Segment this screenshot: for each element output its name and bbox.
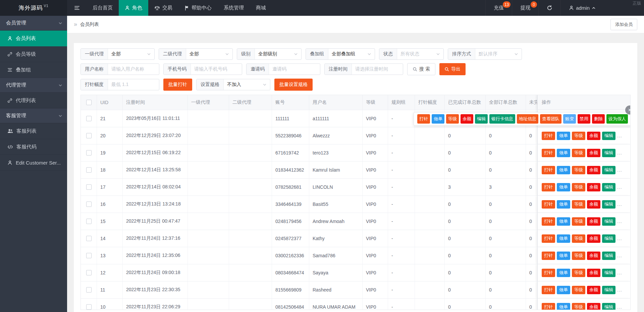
row-checkbox[interactable] bbox=[86, 202, 92, 207]
row-action-button[interactable]: 打针 bbox=[542, 166, 555, 174]
row-action-button[interactable]: 做单 bbox=[557, 269, 570, 277]
filter-select[interactable]: 全部 bbox=[108, 49, 154, 59]
popup-action-button[interactable]: 禁用 bbox=[578, 114, 590, 124]
batch-spec-button[interactable]: 批量设置规格 bbox=[274, 79, 313, 91]
sidebar-item[interactable]: Edit Customer Ser... bbox=[0, 155, 67, 171]
row-more-button[interactable]: ... bbox=[617, 202, 622, 207]
row-action-button[interactable]: 余额 bbox=[587, 166, 600, 174]
sidebar-group[interactable]: 客服管理 bbox=[0, 108, 67, 123]
row-action-button[interactable]: 等级 bbox=[572, 183, 585, 191]
nav-tab[interactable]: 系统管理 bbox=[218, 0, 250, 16]
search-button[interactable]: 搜 索 bbox=[407, 63, 435, 75]
sidebar-group[interactable]: 会员管理 bbox=[0, 16, 67, 31]
row-more-button[interactable]: ... bbox=[617, 167, 622, 173]
filter-input[interactable]: 邀请码 bbox=[269, 64, 320, 75]
row-action-button[interactable]: 打针 bbox=[542, 303, 555, 310]
popup-action-button[interactable]: 做单 bbox=[432, 114, 444, 124]
sidebar-item[interactable]: 客服列表 bbox=[0, 123, 67, 139]
row-action-button[interactable]: 余额 bbox=[587, 217, 600, 226]
row-action-button[interactable]: 打针 bbox=[542, 286, 555, 294]
row-action-button[interactable]: 打针 bbox=[542, 234, 555, 243]
hamburger-icon[interactable] bbox=[67, 0, 87, 16]
row-action-button[interactable]: 打针 bbox=[542, 252, 555, 260]
nav-tab[interactable]: 后台首页 bbox=[87, 0, 119, 16]
recharge-button[interactable]: 充值 13 bbox=[485, 0, 512, 16]
row-action-button[interactable]: 编辑 bbox=[602, 252, 615, 260]
row-action-button[interactable]: 余额 bbox=[587, 132, 600, 140]
popup-action-button[interactable]: 删除 bbox=[592, 114, 605, 124]
row-checkbox[interactable] bbox=[86, 236, 92, 241]
filter-select[interactable]: 默认排序 bbox=[475, 49, 522, 59]
row-action-button[interactable]: 余额 bbox=[587, 149, 600, 157]
row-checkbox[interactable] bbox=[86, 184, 92, 190]
refresh-button[interactable] bbox=[538, 0, 560, 16]
filter-input[interactable]: 请选择注册时间 bbox=[352, 64, 403, 75]
row-action-button[interactable]: 等级 bbox=[572, 200, 585, 209]
row-action-button[interactable]: 做单 bbox=[557, 200, 570, 209]
row-action-button[interactable]: 做单 bbox=[557, 217, 570, 226]
row-checkbox[interactable] bbox=[86, 133, 92, 138]
row-action-button[interactable]: 打针 bbox=[542, 149, 555, 157]
nav-tab[interactable]: 交易 bbox=[148, 0, 178, 16]
row-checkbox[interactable] bbox=[86, 270, 92, 275]
filter-select[interactable]: 全部叠加组 bbox=[328, 49, 375, 59]
row-more-button[interactable]: ... bbox=[617, 219, 622, 224]
popup-action-button[interactable]: 编辑 bbox=[475, 114, 488, 124]
row-action-button[interactable]: 编辑 bbox=[602, 234, 615, 243]
row-checkbox[interactable] bbox=[86, 116, 92, 121]
row-action-button[interactable]: 余额 bbox=[587, 303, 600, 310]
popup-action-button[interactable]: 银行卡信息 bbox=[489, 114, 515, 124]
row-more-button[interactable]: ... bbox=[617, 253, 622, 258]
row-action-button[interactable]: 等级 bbox=[572, 217, 585, 226]
row-action-button[interactable]: 等级 bbox=[572, 132, 585, 140]
row-action-button[interactable]: 余额 bbox=[587, 183, 600, 191]
add-member-button[interactable]: 添加会员 bbox=[610, 19, 637, 30]
popup-action-button[interactable]: 账变 bbox=[563, 114, 576, 124]
row-action-button[interactable]: 编辑 bbox=[602, 132, 615, 140]
sidebar-group[interactable]: 代理管理 bbox=[0, 78, 67, 93]
row-action-button[interactable]: 等级 bbox=[572, 286, 585, 294]
row-action-button[interactable]: 等级 bbox=[572, 269, 585, 277]
nav-tab[interactable]: 商城 bbox=[250, 0, 272, 16]
row-action-button[interactable]: 打针 bbox=[542, 183, 555, 191]
filter-select[interactable]: 不加入 bbox=[224, 79, 270, 90]
row-action-button[interactable]: 做单 bbox=[557, 286, 570, 294]
row-action-button[interactable]: 等级 bbox=[572, 149, 585, 157]
row-more-button[interactable]: ... bbox=[617, 150, 622, 155]
popup-action-button[interactable]: 等级 bbox=[446, 114, 459, 124]
popup-action-button[interactable]: 查看团队 bbox=[540, 114, 561, 124]
row-action-button[interactable]: 打针 bbox=[542, 217, 555, 226]
row-action-button[interactable]: 余额 bbox=[587, 286, 600, 294]
row-action-button[interactable]: 做单 bbox=[557, 166, 570, 174]
row-action-button[interactable]: 做单 bbox=[557, 303, 570, 310]
row-action-button[interactable]: 编辑 bbox=[602, 286, 615, 294]
row-action-button[interactable]: 余额 bbox=[587, 252, 600, 260]
row-checkbox[interactable] bbox=[86, 304, 92, 310]
row-action-button[interactable]: 等级 bbox=[572, 234, 585, 243]
row-action-button[interactable]: 等级 bbox=[572, 166, 585, 174]
row-action-button[interactable]: 做单 bbox=[557, 132, 570, 140]
row-action-button[interactable]: 等级 bbox=[572, 252, 585, 260]
close-icon[interactable]: × bbox=[625, 105, 631, 115]
filter-input[interactable]: 最低 1.1 bbox=[108, 79, 159, 90]
row-action-button[interactable]: 编辑 bbox=[602, 183, 615, 191]
popup-action-button[interactable]: 打针 bbox=[417, 114, 430, 124]
row-action-button[interactable]: 打针 bbox=[542, 132, 555, 140]
withdraw-button[interactable]: 提现 0 bbox=[512, 0, 538, 16]
row-action-button[interactable]: 编辑 bbox=[602, 166, 615, 174]
filter-input[interactable]: 请输入手机号码 bbox=[191, 64, 242, 75]
row-more-button[interactable]: ... bbox=[617, 133, 622, 138]
filter-select[interactable]: 全部级别 bbox=[255, 49, 301, 59]
select-all-checkbox[interactable] bbox=[86, 100, 92, 105]
sidebar-item[interactable]: 叠加组 bbox=[0, 62, 67, 78]
row-checkbox[interactable] bbox=[86, 287, 92, 293]
nav-tab[interactable]: 角色 bbox=[119, 0, 148, 16]
row-action-button[interactable]: 打针 bbox=[542, 200, 555, 209]
row-action-button[interactable]: 编辑 bbox=[602, 303, 615, 310]
sidebar-item[interactable]: 会员等级 bbox=[0, 46, 67, 62]
row-checkbox[interactable] bbox=[86, 150, 92, 155]
sidebar-item[interactable]: 代理列表 bbox=[0, 93, 67, 108]
nav-tab[interactable]: 帮助中心 bbox=[178, 0, 218, 16]
filter-select[interactable]: 全部 bbox=[186, 49, 232, 59]
row-action-button[interactable]: 打针 bbox=[542, 269, 555, 277]
